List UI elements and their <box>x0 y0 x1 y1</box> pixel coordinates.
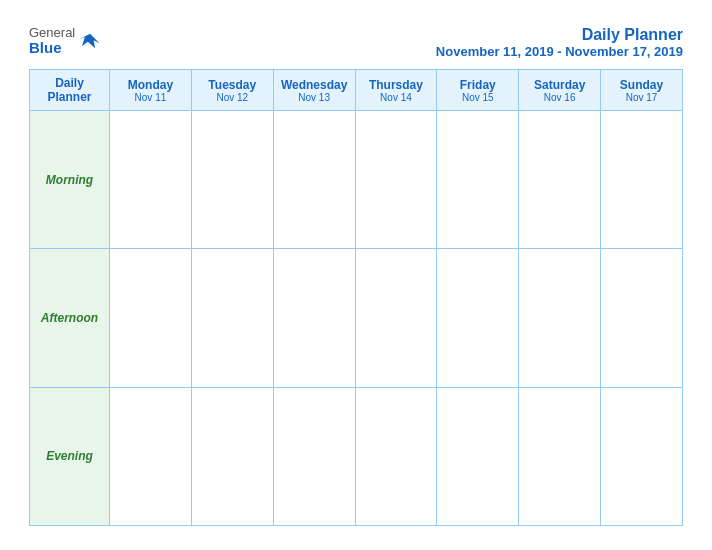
cell-afternoon-tuesday[interactable] <box>191 249 273 387</box>
svg-marker-0 <box>81 34 100 49</box>
row-label-morning: Morning <box>30 111 110 249</box>
cell-afternoon-saturday[interactable] <box>519 249 601 387</box>
col-day-Saturday: Saturday <box>521 78 598 92</box>
cell-morning-wednesday[interactable] <box>273 111 355 249</box>
col-date-Nov 14: Nov 14 <box>358 92 435 103</box>
cell-evening-thursday[interactable] <box>355 387 437 525</box>
col-date-Nov 16: Nov 16 <box>521 92 598 103</box>
col-header-saturday: SaturdayNov 16 <box>519 70 601 111</box>
col-header-monday: MondayNov 11 <box>110 70 192 111</box>
cell-morning-sunday[interactable] <box>601 111 683 249</box>
cell-evening-tuesday[interactable] <box>191 387 273 525</box>
cell-morning-tuesday[interactable] <box>191 111 273 249</box>
row-label-afternoon: Afternoon <box>30 249 110 387</box>
table-row-morning: Morning <box>30 111 683 249</box>
col-date-Nov 15: Nov 15 <box>439 92 516 103</box>
row-label-evening: Evening <box>30 387 110 525</box>
header: General Blue Daily Planner November 11, … <box>29 26 683 59</box>
col-header-label: Daily Planner <box>30 70 110 111</box>
table-row-evening: Evening <box>30 387 683 525</box>
title-block: Daily Planner November 11, 2019 - Novemb… <box>436 26 683 59</box>
cell-evening-monday[interactable] <box>110 387 192 525</box>
col-day-Friday: Friday <box>439 78 516 92</box>
cell-afternoon-sunday[interactable] <box>601 249 683 387</box>
col-day-Tuesday: Tuesday <box>194 78 271 92</box>
cell-evening-friday[interactable] <box>437 387 519 525</box>
col-header-friday: FridayNov 15 <box>437 70 519 111</box>
cell-evening-sunday[interactable] <box>601 387 683 525</box>
logo: General Blue <box>29 26 101 57</box>
cell-evening-saturday[interactable] <box>519 387 601 525</box>
col-date-Nov 17: Nov 17 <box>603 92 680 103</box>
calendar-table: Daily PlannerMondayNov 11TuesdayNov 12We… <box>29 69 683 526</box>
cell-morning-saturday[interactable] <box>519 111 601 249</box>
col-day-Monday: Monday <box>112 78 189 92</box>
cell-afternoon-wednesday[interactable] <box>273 249 355 387</box>
col-day-Wednesday: Wednesday <box>276 78 353 92</box>
title-date: November 11, 2019 - November 17, 2019 <box>436 44 683 59</box>
cell-afternoon-monday[interactable] <box>110 249 192 387</box>
col-label-daily-planner: Daily Planner <box>32 76 107 104</box>
col-date-Nov 11: Nov 11 <box>112 92 189 103</box>
logo-bird-icon <box>79 30 101 52</box>
col-header-wednesday: WednesdayNov 13 <box>273 70 355 111</box>
col-header-tuesday: TuesdayNov 12 <box>191 70 273 111</box>
cell-morning-thursday[interactable] <box>355 111 437 249</box>
col-day-Sunday: Sunday <box>603 78 680 92</box>
col-date-Nov 13: Nov 13 <box>276 92 353 103</box>
table-row-afternoon: Afternoon <box>30 249 683 387</box>
cell-evening-wednesday[interactable] <box>273 387 355 525</box>
page: General Blue Daily Planner November 11, … <box>11 10 701 540</box>
cell-afternoon-thursday[interactable] <box>355 249 437 387</box>
col-header-thursday: ThursdayNov 14 <box>355 70 437 111</box>
cell-afternoon-friday[interactable] <box>437 249 519 387</box>
title-main: Daily Planner <box>436 26 683 44</box>
col-header-sunday: SundayNov 17 <box>601 70 683 111</box>
table-body: MorningAfternoonEvening <box>30 111 683 526</box>
col-date-Nov 12: Nov 12 <box>194 92 271 103</box>
logo-general: General <box>29 26 75 40</box>
logo-text: General Blue <box>29 26 75 57</box>
cell-morning-friday[interactable] <box>437 111 519 249</box>
header-row: Daily PlannerMondayNov 11TuesdayNov 12We… <box>30 70 683 111</box>
col-day-Thursday: Thursday <box>358 78 435 92</box>
cell-morning-monday[interactable] <box>110 111 192 249</box>
logo-blue: Blue <box>29 40 75 57</box>
